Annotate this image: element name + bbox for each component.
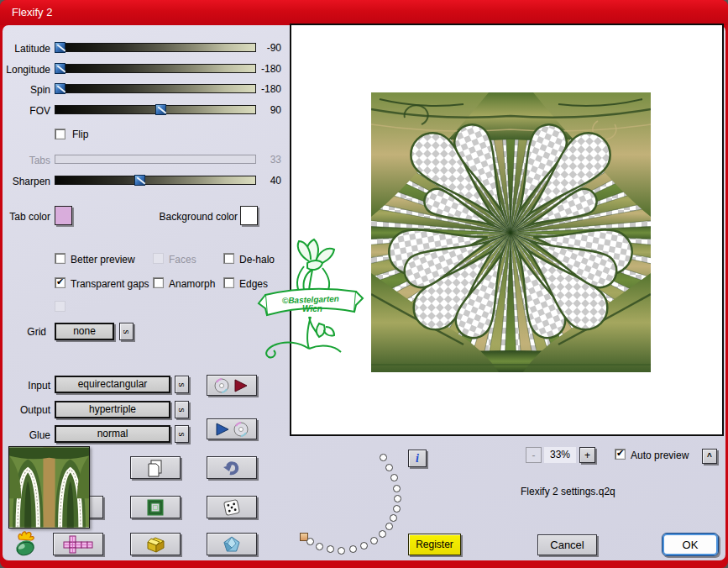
fov-label: FOV [3, 105, 50, 117]
shuffle-icon: s [120, 329, 134, 334]
fov-slider[interactable] [55, 105, 256, 114]
flip-checkbox[interactable] [55, 129, 65, 139]
de-halo-label: De-halo [239, 254, 275, 266]
latitude-slider-thumb[interactable] [55, 42, 65, 53]
tabs-label: Tabs [3, 155, 50, 166]
ok-label: OK [683, 539, 699, 551]
ring-dot [379, 530, 386, 538]
ring-dot [338, 547, 345, 555]
box-button[interactable] [130, 533, 181, 555]
better-preview-checkbox[interactable] [55, 253, 65, 264]
sharpen-slider-thumb[interactable] [134, 175, 145, 186]
shuffle-icon: s [175, 382, 189, 387]
auto-preview-checkbox[interactable] [615, 449, 626, 460]
input-shuffle-button[interactable]: s [175, 376, 189, 393]
background-color-label: Background color [128, 211, 238, 223]
glue-label: Glue [3, 429, 50, 441]
latitude-value: -90 [248, 42, 281, 54]
longitude-slider-thumb[interactable] [55, 63, 65, 74]
flip-label: Flip [72, 129, 88, 140]
output-label: Output [3, 404, 50, 416]
info-button[interactable]: i [408, 450, 427, 467]
input-dropdown[interactable]: equirectangular [55, 376, 170, 393]
play-cd-blue-icon [213, 422, 250, 437]
transparent-gaps-checkbox[interactable] [55, 277, 65, 288]
glue-dropdown[interactable]: normal [55, 425, 170, 443]
minus-icon: - [532, 450, 536, 461]
ring-dot [390, 474, 398, 481]
register-button[interactable]: Register [408, 534, 461, 555]
dialog-content: ©Bastelgarten Wien Latitude -90 Longitud… [3, 25, 725, 560]
zoom-in-button[interactable]: + [579, 447, 595, 463]
ring-dot [393, 485, 401, 492]
cancel-label: Cancel [550, 539, 584, 551]
ring-dot [327, 545, 334, 553]
grid-shuffle-button[interactable]: s [119, 323, 134, 340]
green-frame-icon [146, 498, 165, 517]
ring-dot [390, 514, 397, 522]
yellow-box-icon [144, 535, 166, 554]
fov-slider-thumb[interactable] [155, 104, 166, 115]
fov-value: 90 [248, 104, 281, 116]
shuffle-icon: s [175, 408, 189, 412]
tabs-slider [55, 155, 256, 164]
unfolded-cube-cross-icon [63, 535, 93, 554]
glue-shuffle-button[interactable]: s [175, 425, 189, 443]
output-shuffle-button[interactable]: s [175, 401, 189, 418]
better-preview-label: Better preview [71, 254, 135, 266]
polyhedron-button[interactable] [207, 533, 257, 555]
grid-value: none [56, 324, 113, 339]
title-bar[interactable]: Flexify 2 [0, 0, 728, 25]
anamorph-checkbox[interactable] [153, 277, 164, 288]
edges-checkbox[interactable] [223, 277, 234, 288]
shuffle-icon: s [175, 432, 189, 436]
spin-label: Spin [3, 84, 50, 96]
source-thumbnail[interactable] [8, 446, 90, 529]
tabs-value: 33 [248, 154, 281, 166]
sharpen-value: 40 [248, 175, 281, 187]
load-settings-button[interactable] [207, 375, 257, 396]
preview-image[interactable] [371, 92, 651, 372]
faces-label: Faces [169, 254, 196, 266]
de-halo-checkbox[interactable] [223, 253, 234, 264]
ring-dot [370, 537, 378, 544]
flaming-pear-logo[interactable] [13, 529, 39, 558]
longitude-label: Longitude [3, 64, 50, 76]
frame-button[interactable] [130, 496, 181, 518]
zoom-out-button[interactable]: - [526, 447, 542, 463]
background-color-swatch[interactable] [240, 206, 258, 225]
grid-dropdown[interactable]: none [55, 323, 114, 340]
latitude-slider[interactable] [55, 43, 256, 52]
input-value: equirectangular [56, 377, 169, 392]
longitude-value: -180 [248, 63, 281, 75]
spin-slider-thumb[interactable] [55, 83, 65, 94]
transparent-gaps-label: Transparent gaps [71, 278, 149, 290]
ring-dot [385, 464, 393, 471]
copy-pages-icon [146, 459, 165, 477]
ring-dot [360, 542, 368, 550]
faces-checkbox [153, 253, 164, 264]
output-dropdown[interactable]: hypertriple [55, 401, 170, 418]
plus-icon: + [584, 450, 590, 461]
longitude-slider[interactable] [55, 64, 256, 73]
input-label: Input [3, 380, 50, 392]
zoom-level: 33% [544, 447, 576, 463]
tab-color-swatch[interactable] [55, 206, 72, 225]
undo-button[interactable] [207, 456, 257, 479]
source-thumbnail-image [9, 447, 89, 528]
unfold-cube-button[interactable] [53, 533, 103, 555]
spin-value: -180 [248, 83, 281, 95]
edges-label: Edges [239, 278, 268, 290]
register-label: Register [416, 539, 453, 550]
ring-dot [380, 454, 387, 461]
randomize-button[interactable] [207, 496, 257, 518]
spin-slider[interactable] [55, 84, 256, 93]
ok-button[interactable]: OK [662, 533, 719, 556]
ring-dot [385, 523, 393, 530]
copy-result-button[interactable] [130, 456, 181, 479]
panel-collapse-button[interactable]: ^ [702, 449, 717, 464]
cancel-button[interactable]: Cancel [537, 534, 597, 555]
save-settings-button[interactable] [207, 418, 257, 439]
caret-up-icon: ^ [707, 452, 712, 461]
sharpen-slider[interactable] [55, 176, 256, 185]
